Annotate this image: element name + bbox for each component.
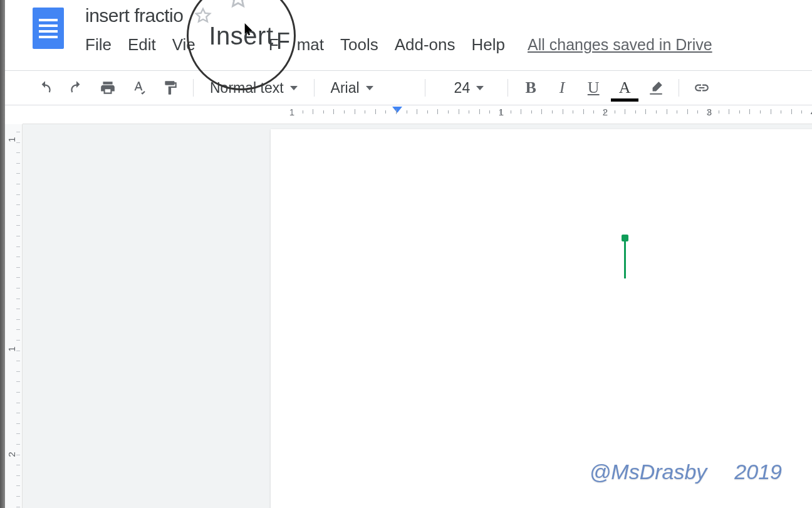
- insert-link-button[interactable]: [690, 77, 713, 99]
- ruler-tick: [16, 184, 20, 184]
- ruler-tick: [781, 110, 781, 114]
- ruler-tick: [355, 109, 355, 114]
- star-icon[interactable]: [194, 7, 212, 24]
- ruler-tick: [635, 110, 636, 114]
- ruler-tick: [16, 132, 20, 132]
- ruler-tick: [739, 110, 740, 114]
- ruler-tick: [292, 109, 293, 114]
- ruler-tick: [697, 110, 698, 114]
- ruler-tick: [16, 392, 20, 393]
- paint-format-button[interactable]: [159, 77, 182, 99]
- ruler-tick: [16, 475, 20, 476]
- highlight-button[interactable]: [645, 77, 667, 99]
- ruler-tick: [645, 109, 646, 114]
- paragraph-style-dropdown[interactable]: Normal text: [205, 80, 303, 97]
- ruler-tick: [16, 257, 20, 257]
- ruler-tick: [16, 371, 20, 372]
- ruler-tick: [448, 110, 449, 114]
- ruler-tick: [16, 423, 20, 424]
- menu-file[interactable]: File: [85, 35, 112, 55]
- ruler-tick: [16, 507, 20, 507]
- ruler-tick: [469, 110, 469, 114]
- ruler-tick: [427, 110, 428, 114]
- vertical-ruler[interactable]: 1 1 2: [5, 124, 23, 508]
- document-title[interactable]: insert fractio: [85, 5, 183, 26]
- window-edge: [0, 0, 5, 508]
- ruler-tick: [16, 455, 20, 455]
- ruler-tick: [16, 173, 20, 174]
- font-family-label: Arial: [331, 80, 360, 97]
- print-button[interactable]: [96, 77, 119, 99]
- ruler-tick: [323, 110, 324, 114]
- menu-format[interactable]: F mat: [269, 35, 324, 55]
- italic-button[interactable]: I: [551, 77, 573, 99]
- ruler-tick: [16, 163, 20, 164]
- ruler-tick: [16, 299, 20, 299]
- ruler-tick: [489, 110, 490, 114]
- ruler-tick: [593, 110, 594, 114]
- menu-edit[interactable]: Edit: [128, 35, 156, 55]
- title-row: insert fractio: [85, 5, 212, 26]
- ruler-tick: [667, 109, 667, 114]
- ruler-tick: [437, 109, 438, 114]
- ruler-tick: [16, 277, 20, 278]
- ruler-number: 2: [6, 452, 17, 457]
- ruler-tick: [16, 288, 20, 288]
- ruler-tick: [396, 109, 397, 114]
- ruler-tick: [677, 110, 677, 114]
- underline-button[interactable]: U: [582, 77, 605, 99]
- horizontal-ruler[interactable]: 1 1 2 3 4: [23, 105, 812, 124]
- ruler-tick: [16, 319, 20, 320]
- font-family-dropdown[interactable]: Arial: [326, 80, 414, 97]
- ruler-tick: [749, 109, 750, 114]
- ruler-tick: [583, 109, 584, 114]
- bold-button[interactable]: B: [519, 77, 542, 99]
- ruler-tick: [552, 110, 553, 114]
- ruler-tick: [687, 109, 688, 114]
- ruler-tick: [313, 109, 313, 114]
- menu-tools[interactable]: Tools: [340, 35, 378, 55]
- ruler-tick: [16, 381, 20, 382]
- ruler-tick: [16, 433, 20, 434]
- ruler-tick: [719, 110, 719, 114]
- ruler-tick: [375, 109, 376, 114]
- toolbar-separator: [314, 79, 315, 97]
- ruler-tick: [511, 110, 511, 114]
- ruler-tick: [708, 109, 709, 114]
- toolbar-separator: [193, 79, 194, 97]
- ruler-tick: [16, 413, 20, 413]
- ruler-tick: [16, 351, 20, 351]
- ruler-tick: [303, 110, 303, 114]
- ruler-tick: [16, 403, 20, 403]
- ruler-tick: [16, 444, 20, 445]
- menu-help[interactable]: Help: [472, 35, 505, 55]
- menu-view[interactable]: Vie: [172, 35, 195, 55]
- docs-logo-icon[interactable]: [33, 8, 64, 49]
- toolbar-separator: [679, 79, 679, 97]
- ruler-tick: [16, 485, 20, 486]
- ruler-tick: [771, 109, 771, 114]
- ruler-tick: [521, 109, 521, 114]
- document-page[interactable]: [271, 129, 812, 508]
- ruler-tick: [604, 109, 605, 114]
- indent-marker[interactable]: [392, 107, 402, 113]
- ruler-tick: [531, 110, 532, 114]
- text-color-button[interactable]: A: [613, 77, 636, 99]
- font-size-dropdown[interactable]: 24: [437, 80, 497, 97]
- ruler-tick: [791, 109, 792, 114]
- ruler-tick: [16, 361, 20, 361]
- spellcheck-button[interactable]: [128, 77, 150, 99]
- ruler-tick: [479, 109, 480, 114]
- save-status[interactable]: All changes saved in Drive: [528, 36, 712, 54]
- ruler-tick: [16, 465, 20, 465]
- chevron-down-icon: [476, 86, 484, 90]
- redo-button[interactable]: [65, 77, 88, 99]
- ruler-tick: [344, 110, 345, 114]
- menu-addons[interactable]: Add-ons: [395, 35, 455, 55]
- ruler-tick: [333, 109, 334, 114]
- header: insert fractio File Edit Vie Insert F ma…: [5, 0, 812, 75]
- ruler-tick: [615, 110, 615, 114]
- ruler-tick: [541, 109, 542, 114]
- chevron-down-icon: [366, 86, 373, 90]
- undo-button[interactable]: [34, 77, 56, 99]
